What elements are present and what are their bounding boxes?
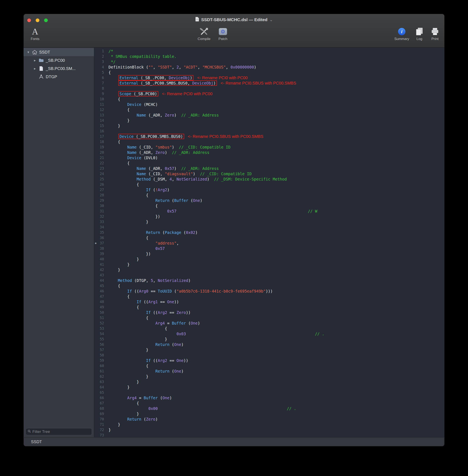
code-line[interactable]: 43	[94, 272, 444, 278]
code-line[interactable]: 12 {	[94, 107, 444, 112]
code-line[interactable]: ●37 "address",	[94, 240, 444, 246]
code-line[interactable]: 16	[94, 128, 444, 134]
sidebar-item-dtgp[interactable]: DTGP	[24, 73, 94, 81]
code-line[interactable]: 4DefinitionBlock ("", "SSDT", 2, "ACDT",…	[94, 64, 444, 70]
code-line[interactable]: 59 If ((Arg2 == One))	[94, 358, 444, 363]
code-line[interactable]: 24 Name (_CID, "diagsvault") // _CID: Co…	[94, 171, 444, 177]
code-line[interactable]: 23 Name (_ADR, 0x57) // _ADR: Address	[94, 166, 444, 171]
summary-button[interactable]: i Summary	[393, 27, 410, 41]
code-line[interactable]: 14 }	[94, 118, 444, 123]
code-line[interactable]: 6 External (_SB_.PC00, DeviceObj)<- Rena…	[94, 75, 444, 80]
disclosure-expanded-icon[interactable]: ▾	[27, 50, 30, 54]
code-line[interactable]: 31 0x57 // W	[94, 208, 444, 214]
rename-annotation: <- Rename PCI0.SBUS with PC00.SMBS	[221, 81, 296, 85]
code-line[interactable]: 19 Name (_CID, "smbus") // _CID: Compati…	[94, 144, 444, 150]
code-token: ""	[148, 65, 153, 69]
code-line[interactable]: 28 {	[94, 193, 444, 198]
code-line[interactable]: 17 Device (_SB.PC00.SMBS.BUS0)<- Rename …	[94, 134, 444, 139]
code-token: One	[176, 358, 184, 363]
code-line[interactable]: 58	[94, 353, 444, 358]
code-line[interactable]: 50 If ((Arg2 == Zero))	[94, 310, 444, 315]
code-line[interactable]: 42 }	[94, 267, 444, 272]
titlebar: SSDT-SBUS-MCHC.dsl — Edited ⌄	[24, 17, 444, 23]
code-line[interactable]: 69 }	[94, 411, 444, 416]
log-button[interactable]: Log	[413, 27, 426, 41]
code-line[interactable]: 11 Device (MCHC)	[94, 102, 444, 107]
disclosure-collapsed-icon[interactable]: ▸	[33, 58, 37, 63]
code-line[interactable]: 56 Return (One)	[94, 342, 444, 347]
code-line[interactable]: 20 Name (_ADR, Zero) // _ADR: Address	[94, 150, 444, 155]
code-line[interactable]: 61 Return (One)	[94, 369, 444, 374]
code-line[interactable]: 44 Method (DTGP, 5, NotSerialized)	[94, 278, 444, 283]
code-line[interactable]: 9 Scope (_SB.PC00)<- Rename PCI0 with PC…	[94, 91, 444, 96]
code-line[interactable]: 68 0x00 // .	[94, 406, 444, 411]
code-line[interactable]: 13 Name (_ADR, Zero) // _ADR: Address	[94, 112, 444, 118]
print-button[interactable]: Print	[428, 27, 441, 41]
code-token	[108, 188, 146, 192]
code-line[interactable]: 53 {	[94, 326, 444, 331]
code-line[interactable]: 3 */	[94, 59, 444, 64]
code-token: Zero	[176, 310, 186, 315]
code-editor[interactable]: 1/*2 * SMBus compatibility table.3 */4De…	[94, 48, 444, 437]
code-line[interactable]: 21 Device (DVL0)	[94, 155, 444, 161]
sidebar-item-sb-pc00[interactable]: ▸ _SB.PC00	[24, 56, 94, 64]
code-line[interactable]: 41 }	[94, 262, 444, 267]
code-line[interactable]: 30 {	[94, 203, 444, 208]
code-line[interactable]: 32 })	[94, 214, 444, 219]
code-line[interactable]: 25 Method (_DSM, 4, NotSerialized) // _D…	[94, 177, 444, 182]
compile-label: Compile	[198, 37, 210, 41]
code-line[interactable]: 34	[94, 224, 444, 230]
patch-button[interactable]: ⚙ Patch	[214, 27, 232, 41]
code-line[interactable]: 72}	[94, 427, 444, 432]
code-line[interactable]: 64 }	[94, 385, 444, 390]
compile-button[interactable]: Compile	[195, 27, 213, 41]
code-line[interactable]: 62 }	[94, 374, 444, 379]
code-line[interactable]: 65	[94, 390, 444, 395]
code-line[interactable]: 10 {	[94, 96, 444, 102]
code-line[interactable]: 47 {	[94, 294, 444, 299]
code-line[interactable]: 67 {	[94, 401, 444, 406]
code-line[interactable]: 70 Return (Zero)	[94, 416, 444, 422]
title-chevron-icon[interactable]: ⌄	[269, 17, 273, 22]
code-line[interactable]: 35 Return (Package (0x02)	[94, 230, 444, 235]
code-line[interactable]: 51 {	[94, 315, 444, 320]
code-line[interactable]: 60 {	[94, 363, 444, 369]
code-line[interactable]: 39 })	[94, 251, 444, 256]
code-token: (_ADR,	[146, 113, 165, 117]
sidebar-item-sb-pc00-smbs[interactable]: ▸ _SB.PC00.SM...	[24, 64, 94, 73]
code-line[interactable]: 7 External (_SB_.PC00.SMBS.BUS0, DeviceO…	[94, 80, 444, 86]
code-line[interactable]: 48 If ((Arg1 == One))	[94, 299, 444, 304]
code-line[interactable]: 26 {	[94, 182, 444, 187]
code-line[interactable]: 1/*	[94, 48, 444, 54]
filter-tree-input[interactable]	[32, 430, 90, 434]
code-line[interactable]: 22 {	[94, 161, 444, 166]
code-line[interactable]: 66 Arg4 = Buffer (One)	[94, 395, 444, 401]
code-line[interactable]: 55 }	[94, 337, 444, 342]
code-line[interactable]: 49 {	[94, 304, 444, 310]
code-line[interactable]: 8	[94, 86, 444, 91]
code-token: One	[162, 396, 169, 400]
code-line[interactable]: 33 }	[94, 219, 444, 224]
fonts-button[interactable]: A Fonts	[27, 27, 44, 41]
code-line[interactable]: 63 }	[94, 379, 444, 385]
code-line[interactable]: 18 {	[94, 139, 444, 144]
code-token: 0x57	[165, 166, 174, 171]
code-line[interactable]: 73	[94, 432, 444, 437]
disclosure-collapsed-icon[interactable]: ▸	[33, 66, 37, 71]
code-line[interactable]: 52 Arg4 = Buffer (One)	[94, 320, 444, 326]
code-token: * SMBus compatibility table.	[108, 54, 176, 59]
code-line[interactable]: 45 {	[94, 283, 444, 288]
code-line[interactable]: 71 }	[94, 422, 444, 427]
code-line[interactable]: 54 0x03 // .	[94, 331, 444, 337]
code-line[interactable]: 36 {	[94, 235, 444, 240]
code-line[interactable]: 15 }	[94, 123, 444, 128]
code-line[interactable]: 57 }	[94, 347, 444, 353]
code-line[interactable]: 5{	[94, 70, 444, 75]
code-line[interactable]: 29 Return (Buffer (One)	[94, 198, 444, 203]
code-line[interactable]: 27 If (!Arg2)	[94, 187, 444, 193]
sidebar-item-ssdt[interactable]: ▾ SSDT	[24, 48, 94, 56]
code-line[interactable]: 2 * SMBus compatibility table.	[94, 54, 444, 59]
code-line[interactable]: 40 }	[94, 256, 444, 262]
code-line[interactable]: 38 0x57	[94, 246, 444, 251]
code-line[interactable]: 46 If ((Arg0 == ToUUID ("a0b5b7c6-1318-4…	[94, 288, 444, 294]
